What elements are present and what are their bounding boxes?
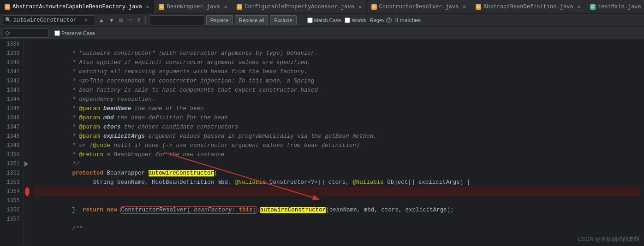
tab-abstractbeandefinition[interactable]: C AbstractBeanDefinition.java ✕ [471, 0, 585, 13]
line-num-1346: 1346 [2, 113, 20, 123]
search-options: Match Case Words Regex ? 8 matches [307, 17, 421, 23]
tab-constructorresolver[interactable]: C ConstructorResolver.java ✕ [367, 0, 471, 13]
line-num-1347: 1347 [2, 123, 20, 132]
line-num-1342: 1342 [2, 76, 20, 86]
code-area: 1338 1339 1340 1341 1342 1343 1344 1345 … [0, 40, 644, 246]
match-case-label: Match Case [314, 18, 341, 23]
replace-input-wrapper [149, 15, 204, 25]
regex-option[interactable]: Regex ? [370, 18, 392, 23]
line-num-1340: 1340 [2, 58, 20, 67]
gutter-1339 [24, 49, 30, 58]
tab-icon-6: C [590, 4, 596, 10]
search-icon: 🔍 [5, 17, 12, 23]
code-line-1338: * "autowire constructor" (with construct… [34, 40, 640, 49]
line-num-1356: 1356 [2, 205, 20, 215]
tab-icon-2: C [159, 4, 164, 10]
separator-1 [145, 16, 146, 24]
toolbar-row2: Preserve Case [0, 27, 644, 40]
replace-button[interactable]: Replace [206, 15, 233, 25]
tab-close-1[interactable]: ✕ [146, 4, 149, 10]
line-num-1354: 1354 [2, 187, 20, 196]
tab-label-4: ConstructorResolver.java [379, 4, 459, 10]
code-line-1355: } [34, 196, 640, 205]
exclude-button[interactable]: Exclude [270, 15, 296, 25]
gutter-1340 [24, 58, 30, 67]
tab-icon-1: C [5, 4, 10, 10]
tab-label-2: BeanWrapper.java [167, 4, 220, 10]
gutter-1341 [24, 67, 30, 76]
prev-match-button[interactable]: ▲ [97, 16, 106, 24]
find-all-button[interactable]: ⊞ [117, 16, 125, 24]
tab-close-5[interactable]: ✕ [577, 4, 580, 10]
gutter [24, 40, 30, 246]
words-option[interactable]: Words [345, 18, 366, 23]
preserve-case-checkbox[interactable] [54, 30, 60, 36]
tab-abstractautowire[interactable]: C AbstractAutowireCapableBeanFactory.jav… [0, 0, 154, 13]
match-case-option[interactable]: Match Case [307, 18, 341, 23]
regex-help-icon[interactable]: ? [386, 18, 392, 23]
line-num-1341: 1341 [2, 67, 20, 76]
gutter-1349 [24, 141, 30, 150]
gutter-1338 [24, 40, 30, 49]
line-num-1350: 1350 [2, 150, 20, 159]
search-input-wrapper: 🔍 ✕ [3, 15, 95, 25]
match-case-checkbox[interactable] [307, 18, 313, 23]
highlight-autowire-1354: autowireConstructor [260, 207, 326, 213]
line-num-1348: 1348 [2, 132, 20, 141]
clear-search-icon[interactable]: ✕ [84, 18, 87, 23]
gutter-1350 [24, 150, 30, 159]
gutter-1354 [24, 187, 30, 196]
line-num-1357: 1357 [2, 215, 20, 224]
line-num-1349: 1349 [2, 141, 20, 150]
next-match-button[interactable]: ▼ [107, 16, 116, 24]
funnel-button[interactable]: ⊽ [135, 16, 142, 24]
search-input[interactable] [13, 17, 83, 23]
search-nav-buttons: ▲ ▼ ⊞ ≡↕ ⊽ [97, 16, 142, 24]
filter-input[interactable] [3, 29, 49, 38]
tab-close-4[interactable]: ✕ [463, 4, 466, 10]
code-line-1357: /** [34, 215, 640, 224]
gutter-1351 [24, 159, 30, 169]
gutter-1342 [24, 76, 30, 86]
gutter-1343 [24, 86, 30, 95]
line-num-1343: 1343 [2, 86, 20, 95]
tab-close-3[interactable]: ✕ [358, 4, 362, 10]
replace-all-button[interactable]: Replace all [235, 15, 268, 25]
line-num-1351: 1351 [2, 159, 20, 169]
gutter-1347 [24, 123, 30, 132]
search-bar: 🔍 ✕ ▲ ▼ ⊞ ≡↕ ⊽ Replace Replace all Exclu… [0, 14, 644, 27]
tab-beanwrapper[interactable]: C BeanWrapper.java ✕ [154, 0, 232, 13]
gutter-1344 [24, 95, 30, 104]
tab-icon-3: C [237, 4, 242, 10]
tab-close-2[interactable]: ✕ [224, 4, 227, 10]
tab-icon-5: C [476, 4, 481, 10]
filter-button[interactable]: ≡↕ [125, 16, 134, 24]
code-content[interactable]: * "autowire constructor" (with construct… [30, 40, 644, 246]
line-num-1353: 1353 [2, 178, 20, 187]
words-checkbox[interactable] [345, 18, 350, 23]
replace-input[interactable] [151, 17, 188, 23]
gutter-1345 [24, 104, 30, 113]
preserve-case-option[interactable]: Preserve Case [54, 30, 95, 36]
watermark: CSDN @喜欢编码的老胡 [578, 235, 639, 243]
gutter-1356 [24, 205, 30, 215]
line-num-1352: 1352 [2, 169, 20, 178]
regex-label: Regex [370, 18, 385, 23]
code-line-1351: protected BeanWrapper autowireConstructo… [34, 159, 640, 169]
breakpoint-1354[interactable] [25, 187, 30, 196]
tab-label-1: AbstractAutowireCapableBeanFactory.java [12, 4, 142, 10]
code-line-1354: return new ConstructorResolver( beanFact… [34, 187, 640, 196]
tab-configurableproperty[interactable]: C ConfigurablePropertyAccessor.java ✕ [232, 0, 366, 13]
tab-label-5: AbstractBeanDefinition.java [483, 4, 573, 10]
gutter-1348 [24, 132, 30, 141]
words-label: Words [352, 18, 366, 23]
gutter-1355 [24, 196, 30, 205]
preserve-case-section: Preserve Case [54, 30, 95, 36]
tab-testmain[interactable]: C testMain.java ✕ [585, 0, 644, 13]
separator-2 [300, 16, 300, 24]
tab-bar: C AbstractAutowireCapableBeanFactory.jav… [0, 0, 644, 14]
gutter-1352 [24, 169, 30, 178]
replace-section: Replace Replace all Exclude [149, 15, 297, 25]
matches-count: 8 matches [395, 17, 421, 23]
gutter-1353 [24, 178, 30, 187]
